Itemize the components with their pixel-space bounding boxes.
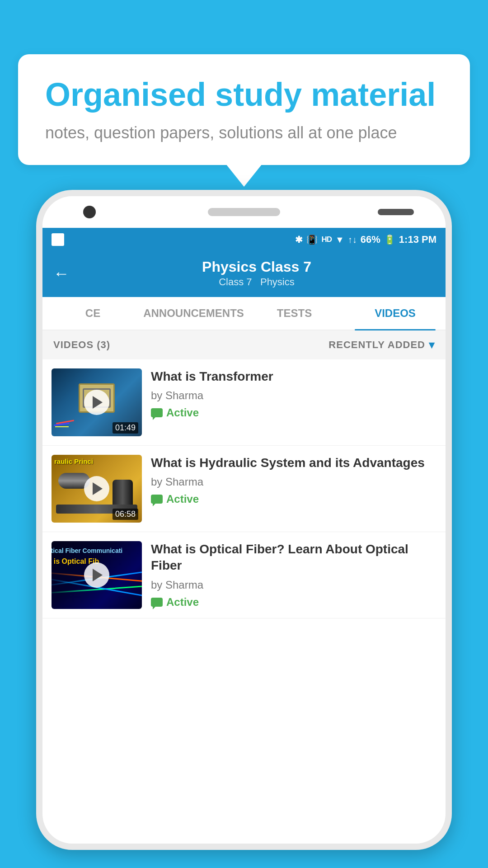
bubble-subtitle: notes, question papers, solutions all at… [45,123,443,142]
play-triangle-1 [93,396,103,409]
video-list: 01:49 What is Transformer by Sharma [42,359,446,844]
thumb-overlay-text-2: raulic Princi [54,458,139,465]
chat-icon-3 [151,598,163,607]
camera-dot [83,206,96,218]
wifi-icon: ▼ [335,235,344,245]
videos-count: VIDEOS (3) [53,339,110,351]
chat-icon-2 [151,495,163,504]
status-label-3: Active [166,596,199,609]
video-author-2: by Sharma [151,476,436,488]
tab-ce[interactable]: CE [42,297,143,330]
video-item-1[interactable]: 01:49 What is Transformer by Sharma [42,359,446,446]
video-thumbnail-2: raulic Princi 06:58 [52,455,142,523]
header-sep [255,276,260,288]
tab-tests[interactable]: TESTS [244,297,345,330]
play-button-3[interactable] [84,562,109,588]
videos-section: VIDEOS (3) RECENTLY ADDED ▾ [42,330,446,844]
tab-videos[interactable]: VIDEOS [345,297,446,330]
sort-label: RECENTLY ADDED [328,339,425,351]
speech-bubble: Organised study material notes, question… [18,54,470,165]
status-right: ✱ 📳 HD ▼ ↑↓ 66% 🔋 1:13 PM [295,234,436,245]
video-title-3: What is Optical Fiber? Learn About Optic… [151,541,436,574]
header-subtitle: Class 7 Physics [79,276,435,288]
chat-icon-1 [151,408,163,417]
video-author-1: by Sharma [151,389,436,402]
video-info-3: What is Optical Fiber? Learn About Optic… [151,541,436,609]
app-header: ← Physics Class 7 Class 7 Physics [42,251,446,297]
play-triangle-3 [93,569,103,581]
fiber-text-line1: ptical Fiber Communicati [52,547,142,555]
video-thumbnail-3: ptical Fiber Communicati t is Optical Fi… [52,541,142,609]
chevron-down-icon: ▾ [429,339,435,351]
header-title: Physics Class 7 [79,259,435,275]
phone-screen: ✱ 📳 HD ▼ ↑↓ 66% 🔋 1:13 PM ← Physics Clas… [42,196,446,844]
video-item-3[interactable]: ptical Fiber Communicati t is Optical Fi… [42,532,446,618]
phone-outer-shell: ✱ 📳 HD ▼ ↑↓ 66% 🔋 1:13 PM ← Physics Clas… [36,190,452,850]
sort-dropdown[interactable]: RECENTLY ADDED ▾ [328,339,435,351]
video-info-2: What is Hydraulic System and its Advanta… [151,455,436,505]
play-overlay-1[interactable] [84,390,109,415]
status-label-1: Active [166,406,199,419]
battery-icon: 🔋 [384,234,395,245]
bubble-title: Organised study material [45,77,443,113]
play-button-1[interactable] [84,390,109,415]
back-button[interactable]: ← [53,264,70,283]
speaker-grille [208,208,280,216]
home-indicator [378,209,414,215]
video-title-1: What is Transformer [151,368,436,385]
phone-device: ✱ 📳 HD ▼ ↑↓ 66% 🔋 1:13 PM ← Physics Clas… [36,190,452,850]
status-bar: ✱ 📳 HD ▼ ↑↓ 66% 🔋 1:13 PM [42,228,446,251]
status-left [52,233,66,246]
play-overlay-2[interactable] [84,476,109,501]
video-status-3: Active [151,596,436,609]
bluetooth-icon: ✱ [295,234,303,245]
play-button-2[interactable] [84,476,109,501]
header-class: Class 7 [219,276,252,288]
signal-icon: ↑↓ [348,235,357,245]
video-duration-2: 06:58 [113,509,138,520]
video-info-1: What is Transformer by Sharma Active [151,368,436,419]
play-overlay-3[interactable] [84,562,109,588]
video-status-2: Active [151,493,436,505]
phone-top-hardware [42,196,446,228]
video-status-1: Active [151,406,436,419]
video-duration-1: 01:49 [113,422,138,434]
play-triangle-2 [93,482,103,495]
wire-3 [55,426,69,427]
status-label-2: Active [166,493,199,505]
header-subject: Physics [260,276,295,288]
video-title-2: What is Hydraulic System and its Advanta… [151,455,436,471]
bubble-box: Organised study material notes, question… [18,54,470,165]
tabs-bar: CE ANNOUNCEMENTS TESTS VIDEOS [42,297,446,330]
tab-announcements[interactable]: ANNOUNCEMENTS [143,297,244,330]
vibrate-icon: 📳 [306,234,318,245]
clock: 1:13 PM [399,234,436,245]
video-thumbnail-1: 01:49 [52,368,142,436]
app-icon-status [52,233,64,246]
video-item-2[interactable]: raulic Princi 06:58 [42,446,446,532]
header-text: Physics Class 7 Class 7 Physics [79,259,435,288]
battery-percent: 66% [361,234,380,245]
hd-icon: HD [321,235,332,244]
videos-header: VIDEOS (3) RECENTLY ADDED ▾ [42,330,446,359]
video-author-3: by Sharma [151,579,436,591]
